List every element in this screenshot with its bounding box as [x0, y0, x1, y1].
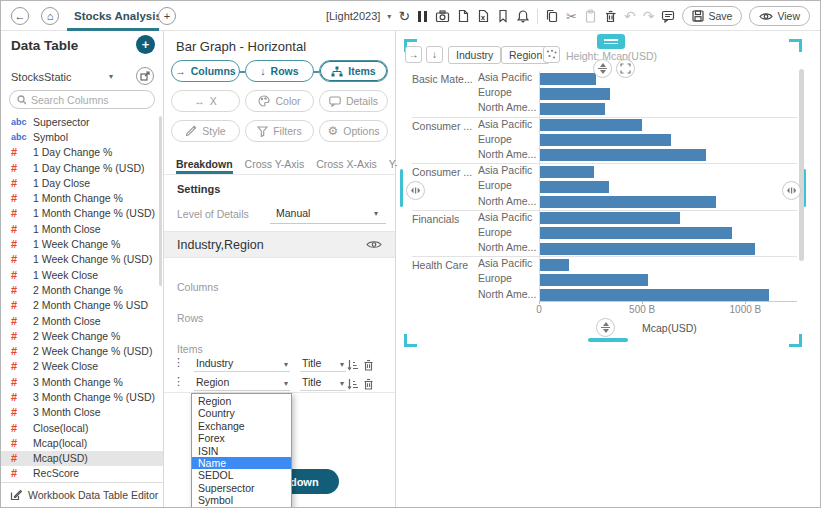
workbook-tab[interactable]: Stocks Analysis — [74, 10, 162, 22]
selection-corner[interactable] — [404, 334, 417, 347]
column-list-item[interactable]: #2 Month Change % — [1, 282, 163, 297]
notifications-bell-icon[interactable] — [516, 9, 530, 23]
column-list-item[interactable]: #2 Week Close — [1, 359, 163, 374]
bar[interactable] — [540, 73, 596, 85]
dropdown-option[interactable]: SEDOL — [192, 469, 291, 481]
options-button[interactable]: ⚙ Options — [319, 120, 388, 142]
export-pdf-icon[interactable] — [457, 9, 470, 23]
tab-cross-y-axis[interactable]: Cross Y-Axis — [245, 153, 305, 174]
resize-handle-left[interactable] — [400, 169, 403, 207]
item-display-select[interactable]: Title ▾ — [300, 357, 346, 372]
column-list-item[interactable]: abcSymbol — [1, 129, 163, 144]
level-of-details-select[interactable]: Manual — [276, 207, 310, 219]
items-button[interactable]: Items — [319, 60, 388, 82]
sort-direction-button[interactable] — [593, 59, 612, 78]
bar[interactable] — [540, 166, 594, 178]
back-button[interactable]: ← — [11, 7, 29, 25]
bar[interactable] — [540, 103, 605, 115]
column-list-item[interactable]: #2 Month Close — [1, 313, 163, 328]
column-list-item[interactable]: #1 Week Change % (USD) — [1, 252, 163, 267]
workbook-data-table-editor[interactable]: Workbook Data Table Editor — [1, 482, 163, 507]
x-axis-scale-button[interactable] — [596, 318, 615, 337]
drag-handle-icon[interactable]: ⋮ — [173, 356, 184, 369]
column-list-scrollbar[interactable] — [159, 116, 162, 286]
columns-button[interactable]: → Columns — [171, 60, 240, 82]
bar[interactable] — [540, 88, 610, 100]
search-columns-input[interactable] — [31, 94, 147, 106]
bar[interactable] — [540, 134, 671, 146]
dropdown-option[interactable]: Supersector — [192, 482, 291, 494]
dropdown-option[interactable]: Country — [192, 407, 291, 419]
pivot-rows-icon[interactable]: ↓ — [426, 46, 443, 63]
open-data-table-button[interactable] — [136, 67, 154, 85]
dropdown-option[interactable]: Name — [192, 457, 291, 469]
bar[interactable] — [540, 119, 642, 131]
bar[interactable] — [540, 259, 569, 271]
workbook-caret-icon[interactable]: ▾ — [387, 12, 391, 21]
pause-icon[interactable] — [417, 10, 428, 23]
column-list-item[interactable]: #2 Week Change % (USD) — [1, 343, 163, 358]
maximize-button[interactable] — [616, 59, 635, 78]
breakdown-summary-row[interactable]: Industry,Region — [164, 231, 395, 258]
redo-icon[interactable]: ↷ — [643, 9, 655, 23]
item-field-select[interactable]: Region ▾ — [194, 376, 290, 391]
paste-clipboard-icon[interactable] — [584, 9, 597, 23]
selection-corner[interactable] — [789, 39, 802, 52]
dropdown-option[interactable]: Region — [192, 395, 291, 407]
column-list-item[interactable]: abcSupersector — [1, 114, 163, 129]
column-list-item[interactable]: #RecScore — [1, 466, 163, 481]
selection-corner[interactable] — [789, 334, 802, 347]
comments-icon[interactable] — [661, 9, 675, 23]
pan-left-right-button[interactable] — [782, 181, 801, 200]
sort-order-icon[interactable] — [347, 357, 358, 375]
filters-button[interactable]: Filters — [245, 120, 314, 142]
scatter-dots-icon[interactable] — [543, 46, 560, 63]
rows-button[interactable]: ↓ Rows — [245, 60, 314, 82]
delete-trash-icon[interactable] — [604, 9, 617, 23]
item-field-select[interactable]: Industry ▾ — [194, 357, 290, 372]
column-list-item[interactable]: #1 Day Change % — [1, 145, 163, 160]
chart-panel[interactable]: → ↓ Industry Region Height: Mcap(USD) Ba… — [397, 31, 820, 507]
column-list-item[interactable]: #Mcap(USD) — [1, 451, 163, 466]
remove-item-trash-icon[interactable] — [363, 357, 374, 375]
drag-handle-icon[interactable]: ⋮ — [173, 375, 184, 388]
view-button[interactable]: View — [749, 6, 810, 26]
bar[interactable] — [540, 181, 609, 193]
details-button[interactable]: Details — [319, 90, 388, 112]
add-tab-button[interactable]: + — [158, 7, 176, 25]
column-list-item[interactable]: #Mcap(local) — [1, 435, 163, 450]
column-list-item[interactable]: #1 Month Change % (USD) — [1, 206, 163, 221]
column-list-item[interactable]: #1 Day Change % (USD) — [1, 160, 163, 175]
tab-breakdown[interactable]: Breakdown — [176, 153, 233, 174]
bar[interactable] — [540, 196, 716, 208]
cut-scissors-icon[interactable]: ✂ — [566, 10, 577, 23]
workbook-name[interactable]: [Light2023] — [326, 10, 380, 22]
pan-left-right-button[interactable] — [406, 181, 425, 200]
dropdown-option[interactable]: Forex — [192, 432, 291, 444]
bookmark-icon[interactable] — [497, 9, 509, 23]
export-excel-icon[interactable] — [477, 9, 490, 23]
column-list-item[interactable]: #3 Month Close — [1, 405, 163, 420]
bar[interactable] — [540, 212, 680, 224]
home-button[interactable]: ⌂ — [41, 7, 59, 25]
snapshot-camera-icon[interactable] — [435, 9, 450, 23]
pivot-columns-icon[interactable]: → — [405, 46, 422, 63]
save-button[interactable]: Save — [682, 6, 742, 26]
x-axis-button[interactable]: ↔ X — [171, 90, 240, 112]
add-data-table-button[interactable]: + — [136, 35, 155, 54]
bar[interactable] — [540, 289, 769, 301]
dropdown-option[interactable]: Exchange — [192, 420, 291, 432]
copy-icon[interactable] — [545, 9, 559, 23]
refresh-icon[interactable]: ↻ — [398, 9, 410, 23]
style-button[interactable]: Style — [171, 120, 240, 142]
level-of-details-caret-icon[interactable]: ▾ — [374, 209, 378, 218]
column-list-item[interactable]: #1 Week Close — [1, 267, 163, 282]
visual-drag-handle[interactable] — [597, 34, 625, 49]
bar[interactable] — [540, 149, 706, 161]
bar[interactable] — [540, 274, 648, 286]
column-list-item[interactable]: #Close(local) — [1, 420, 163, 435]
item-display-select[interactable]: Title ▾ — [300, 376, 346, 391]
column-list-item[interactable]: #1 Week Change % — [1, 236, 163, 251]
column-list-item[interactable]: #2 Month Change % USD — [1, 298, 163, 313]
dropdown-option[interactable]: ISIN — [192, 445, 291, 457]
